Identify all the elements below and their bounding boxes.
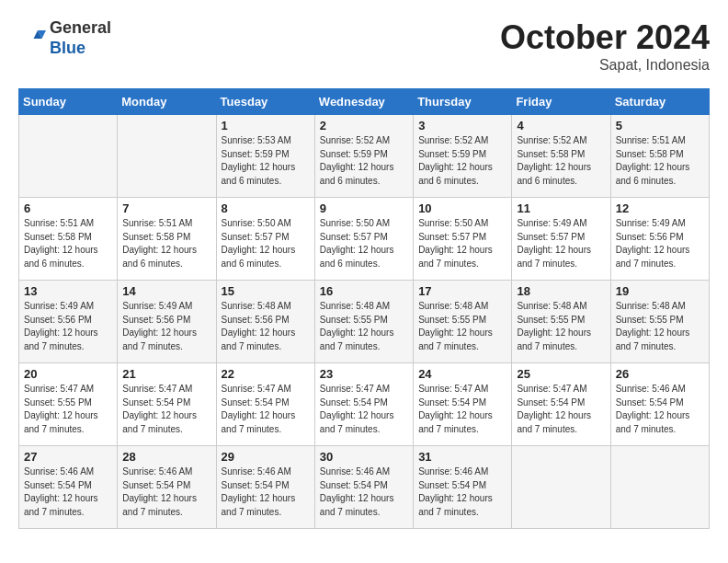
calendar-cell: 28Sunrise: 5:46 AM Sunset: 5:54 PM Dayli… <box>118 446 216 529</box>
day-number: 27 <box>24 450 112 464</box>
calendar-cell: 31Sunrise: 5:46 AM Sunset: 5:54 PM Dayli… <box>414 446 512 529</box>
day-info: Sunrise: 5:46 AM Sunset: 5:54 PM Dayligh… <box>320 465 408 519</box>
day-info: Sunrise: 5:51 AM Sunset: 5:58 PM Dayligh… <box>616 134 704 188</box>
day-number: 6 <box>24 201 112 215</box>
calendar-cell <box>19 115 118 198</box>
calendar-cell: 5Sunrise: 5:51 AM Sunset: 5:58 PM Daylig… <box>610 115 709 198</box>
day-info: Sunrise: 5:48 AM Sunset: 5:55 PM Dayligh… <box>517 300 605 353</box>
calendar-cell: 17Sunrise: 5:48 AM Sunset: 5:55 PM Dayli… <box>414 281 512 363</box>
calendar-cell: 23Sunrise: 5:47 AM Sunset: 5:54 PM Dayli… <box>314 363 413 446</box>
day-number: 3 <box>418 119 506 132</box>
calendar-week-row: 13Sunrise: 5:49 AM Sunset: 5:56 PM Dayli… <box>19 281 710 363</box>
calendar-cell: 6Sunrise: 5:51 AM Sunset: 5:58 PM Daylig… <box>19 198 118 281</box>
calendar-cell <box>512 446 610 529</box>
day-number: 10 <box>418 201 506 215</box>
day-info: Sunrise: 5:48 AM Sunset: 5:55 PM Dayligh… <box>418 300 506 353</box>
calendar-week-row: 6Sunrise: 5:51 AM Sunset: 5:58 PM Daylig… <box>19 198 710 281</box>
calendar-cell: 29Sunrise: 5:46 AM Sunset: 5:54 PM Dayli… <box>216 446 314 529</box>
header-sunday: Sunday <box>19 89 118 115</box>
calendar-header-row: SundayMondayTuesdayWednesdayThursdayFrid… <box>19 89 710 115</box>
day-number: 28 <box>122 450 210 464</box>
day-info: Sunrise: 5:48 AM Sunset: 5:56 PM Dayligh… <box>222 300 310 353</box>
day-info: Sunrise: 5:47 AM Sunset: 5:54 PM Dayligh… <box>418 383 506 436</box>
calendar-cell: 8Sunrise: 5:50 AM Sunset: 5:57 PM Daylig… <box>216 198 314 281</box>
day-number: 22 <box>222 367 310 381</box>
day-info: Sunrise: 5:53 AM Sunset: 5:59 PM Dayligh… <box>222 134 310 188</box>
day-info: Sunrise: 5:49 AM Sunset: 5:57 PM Dayligh… <box>517 217 605 270</box>
header-saturday: Saturday <box>610 89 709 115</box>
calendar-cell <box>118 115 216 198</box>
day-info: Sunrise: 5:49 AM Sunset: 5:56 PM Dayligh… <box>616 217 704 270</box>
calendar-cell: 2Sunrise: 5:52 AM Sunset: 5:59 PM Daylig… <box>314 115 413 198</box>
day-number: 30 <box>320 450 408 464</box>
day-number: 7 <box>122 201 210 215</box>
day-number: 14 <box>122 284 210 298</box>
calendar-cell: 1Sunrise: 5:53 AM Sunset: 5:59 PM Daylig… <box>216 115 314 198</box>
day-number: 21 <box>122 367 210 381</box>
day-info: Sunrise: 5:47 AM Sunset: 5:54 PM Dayligh… <box>222 383 310 436</box>
title-block: October 2024 Sapat, Indonesia <box>500 18 710 74</box>
day-info: Sunrise: 5:49 AM Sunset: 5:56 PM Dayligh… <box>122 300 210 353</box>
day-info: Sunrise: 5:50 AM Sunset: 5:57 PM Dayligh… <box>320 217 408 270</box>
calendar-cell: 18Sunrise: 5:48 AM Sunset: 5:55 PM Dayli… <box>512 281 610 363</box>
day-number: 19 <box>616 284 704 298</box>
logo: General Blue <box>18 18 111 58</box>
day-number: 31 <box>418 450 506 464</box>
logo-general-text: General <box>50 18 111 37</box>
calendar-cell: 14Sunrise: 5:49 AM Sunset: 5:56 PM Dayli… <box>118 281 216 363</box>
day-number: 17 <box>418 284 506 298</box>
month-title: October 2024 <box>500 18 710 57</box>
calendar-cell: 25Sunrise: 5:47 AM Sunset: 5:54 PM Dayli… <box>512 363 610 446</box>
calendar-cell: 26Sunrise: 5:46 AM Sunset: 5:54 PM Dayli… <box>610 363 709 446</box>
day-info: Sunrise: 5:47 AM Sunset: 5:54 PM Dayligh… <box>517 383 605 436</box>
day-number: 4 <box>517 119 605 132</box>
calendar-cell: 16Sunrise: 5:48 AM Sunset: 5:55 PM Dayli… <box>314 281 413 363</box>
day-info: Sunrise: 5:47 AM Sunset: 5:54 PM Dayligh… <box>320 383 408 436</box>
day-info: Sunrise: 5:51 AM Sunset: 5:58 PM Dayligh… <box>24 217 112 270</box>
calendar-cell: 13Sunrise: 5:49 AM Sunset: 5:56 PM Dayli… <box>19 281 118 363</box>
day-number: 20 <box>24 367 112 381</box>
day-info: Sunrise: 5:50 AM Sunset: 5:57 PM Dayligh… <box>222 217 310 270</box>
calendar-week-row: 20Sunrise: 5:47 AM Sunset: 5:55 PM Dayli… <box>19 363 710 446</box>
calendar-cell <box>610 446 709 529</box>
day-number: 12 <box>616 201 704 215</box>
calendar-cell: 12Sunrise: 5:49 AM Sunset: 5:56 PM Dayli… <box>610 198 709 281</box>
day-info: Sunrise: 5:48 AM Sunset: 5:55 PM Dayligh… <box>616 300 704 353</box>
calendar-cell: 10Sunrise: 5:50 AM Sunset: 5:57 PM Dayli… <box>414 198 512 281</box>
day-number: 8 <box>222 201 310 215</box>
day-info: Sunrise: 5:50 AM Sunset: 5:57 PM Dayligh… <box>418 217 506 270</box>
day-number: 26 <box>616 367 704 381</box>
day-info: Sunrise: 5:46 AM Sunset: 5:54 PM Dayligh… <box>418 465 506 519</box>
calendar-cell: 20Sunrise: 5:47 AM Sunset: 5:55 PM Dayli… <box>19 363 118 446</box>
day-number: 29 <box>222 450 310 464</box>
day-number: 15 <box>222 284 310 298</box>
header-monday: Monday <box>118 89 216 115</box>
day-number: 18 <box>517 284 605 298</box>
calendar-cell: 21Sunrise: 5:47 AM Sunset: 5:54 PM Dayli… <box>118 363 216 446</box>
day-info: Sunrise: 5:52 AM Sunset: 5:59 PM Dayligh… <box>418 134 506 188</box>
day-number: 16 <box>320 284 408 298</box>
calendar-cell: 24Sunrise: 5:47 AM Sunset: 5:54 PM Dayli… <box>414 363 512 446</box>
calendar-cell: 22Sunrise: 5:47 AM Sunset: 5:54 PM Dayli… <box>216 363 314 446</box>
day-info: Sunrise: 5:46 AM Sunset: 5:54 PM Dayligh… <box>122 465 210 519</box>
header-friday: Friday <box>512 89 610 115</box>
calendar-cell: 9Sunrise: 5:50 AM Sunset: 5:57 PM Daylig… <box>314 198 413 281</box>
day-info: Sunrise: 5:49 AM Sunset: 5:56 PM Dayligh… <box>24 300 112 353</box>
day-number: 13 <box>24 284 112 298</box>
day-number: 23 <box>320 367 408 381</box>
day-info: Sunrise: 5:47 AM Sunset: 5:54 PM Dayligh… <box>122 383 210 436</box>
day-number: 24 <box>418 367 506 381</box>
logo-blue-text: Blue <box>50 39 85 57</box>
calendar-cell: 4Sunrise: 5:52 AM Sunset: 5:58 PM Daylig… <box>512 115 610 198</box>
day-number: 11 <box>517 201 605 215</box>
calendar-cell: 30Sunrise: 5:46 AM Sunset: 5:54 PM Dayli… <box>314 446 413 529</box>
calendar-cell: 19Sunrise: 5:48 AM Sunset: 5:55 PM Dayli… <box>610 281 709 363</box>
calendar-cell: 3Sunrise: 5:52 AM Sunset: 5:59 PM Daylig… <box>414 115 512 198</box>
calendar-week-row: 27Sunrise: 5:46 AM Sunset: 5:54 PM Dayli… <box>19 446 710 529</box>
day-info: Sunrise: 5:48 AM Sunset: 5:55 PM Dayligh… <box>320 300 408 353</box>
calendar-cell: 7Sunrise: 5:51 AM Sunset: 5:58 PM Daylig… <box>118 198 216 281</box>
calendar-cell: 11Sunrise: 5:49 AM Sunset: 5:57 PM Dayli… <box>512 198 610 281</box>
header-tuesday: Tuesday <box>216 89 314 115</box>
logo-icon <box>18 25 46 52</box>
day-info: Sunrise: 5:46 AM Sunset: 5:54 PM Dayligh… <box>222 465 310 519</box>
